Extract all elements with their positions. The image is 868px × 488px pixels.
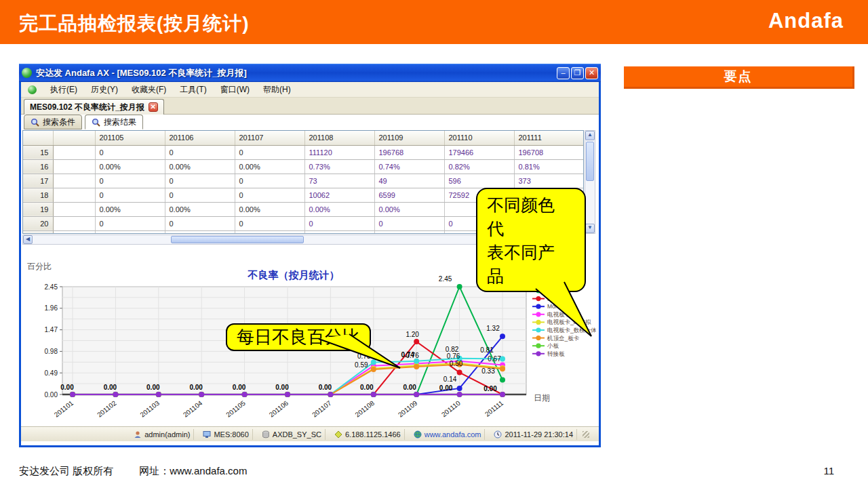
close-button[interactable]: ✕ <box>585 67 598 79</box>
table-cell[interactable]: 0 <box>95 145 165 159</box>
table-cell[interactable]: 0.74% <box>374 159 444 174</box>
table-cell[interactable] <box>53 145 95 159</box>
table-cell[interactable]: 373 <box>514 174 584 188</box>
table-cell[interactable]: 0.00% <box>304 202 374 216</box>
data-point <box>500 366 505 371</box>
status-monitor: MES:8060 <box>199 429 252 440</box>
table-cell[interactable] <box>53 188 95 202</box>
table-cell[interactable]: 0 <box>95 230 165 234</box>
data-label: 1.20 <box>406 331 419 338</box>
minimize-button[interactable]: – <box>557 67 570 79</box>
table-cell[interactable]: 0 <box>235 188 304 202</box>
status-text: admin(admin) <box>144 430 190 439</box>
menu-item[interactable]: 执行(E) <box>50 84 77 96</box>
table-cell[interactable]: 596 <box>444 174 514 188</box>
row-number[interactable]: 16 <box>23 159 53 174</box>
column-header[interactable]: 201108 <box>304 131 374 145</box>
table-cell[interactable]: 0 <box>95 216 165 230</box>
table-vertical-scrollbar[interactable]: ▲ ▼ <box>585 130 595 234</box>
table-cell[interactable]: 0.00% <box>165 202 235 216</box>
table-cell[interactable]: 0 <box>235 174 304 188</box>
status-text: 6.188.1125.1466 <box>345 430 401 439</box>
table-cell[interactable]: 0 <box>374 230 444 234</box>
column-header[interactable]: 201110 <box>444 131 514 145</box>
table-cell[interactable]: 0.00% <box>374 202 444 216</box>
column-header[interactable]: 201111 <box>514 131 584 145</box>
table-cell[interactable]: 0 <box>95 188 165 202</box>
table-cell[interactable] <box>53 174 95 188</box>
table-cell[interactable]: 0.00% <box>95 202 165 216</box>
table-cell[interactable] <box>53 202 95 216</box>
scroll-down-icon[interactable]: ▼ <box>585 224 595 233</box>
table-cell[interactable]: 6599 <box>374 188 444 202</box>
column-header[interactable] <box>53 131 95 145</box>
table-cell[interactable]: 196708 <box>514 145 584 159</box>
vscroll-thumb[interactable] <box>586 142 594 181</box>
row-number[interactable]: 17 <box>23 174 53 188</box>
table-cell[interactable] <box>53 216 95 230</box>
menu-item[interactable]: 历史(Y) <box>91 84 118 96</box>
table-cell[interactable]: 0 <box>165 230 235 234</box>
table-cell[interactable]: 0.00% <box>165 159 235 174</box>
table-cell[interactable]: 0.00% <box>235 159 304 174</box>
data-point <box>457 392 462 397</box>
table-cell[interactable]: 196768 <box>374 145 444 159</box>
menu-item[interactable]: 窗口(W) <box>220 84 250 96</box>
data-label: 0.33 <box>481 367 495 375</box>
table-cell[interactable]: 0 <box>235 145 304 159</box>
table-cell[interactable]: 0 <box>165 216 235 230</box>
status-globe[interactable]: www.andafa.com <box>410 429 486 440</box>
table-cell[interactable]: 0 <box>235 216 304 230</box>
resize-grip[interactable] <box>583 431 589 438</box>
document-tab[interactable]: MES09.102 不良率统计_按月报 ✕ <box>24 99 164 115</box>
table-cell[interactable]: 0.00% <box>95 159 165 174</box>
table-cell[interactable]: 0 <box>95 174 165 188</box>
table-cell[interactable]: 0 <box>165 188 235 202</box>
table-cell[interactable]: 10062 <box>304 188 374 202</box>
menu-item[interactable]: 工具(T) <box>180 84 206 96</box>
table-cell[interactable]: 0 <box>374 216 444 230</box>
y-tick-label: 1.47 <box>45 326 58 333</box>
table-cell[interactable]: 0 <box>304 230 374 234</box>
table-cell[interactable]: 73 <box>304 174 374 188</box>
tab-close-icon[interactable]: ✕ <box>149 102 158 112</box>
table-cell[interactable]: 0.82% <box>444 159 514 174</box>
column-header[interactable]: 201105 <box>95 131 165 145</box>
data-label: 0.50 <box>450 360 463 367</box>
table-cell[interactable]: 111120 <box>304 145 374 159</box>
table-cell[interactable]: 49 <box>374 174 444 188</box>
column-header[interactable]: 201106 <box>165 131 235 145</box>
status-clock: 2011-11-29 21:30:14 <box>490 429 577 440</box>
subtab-results[interactable]: 搜索结果 <box>85 115 143 129</box>
slide-title: 完工品抽检报表(按月统计) <box>19 11 250 37</box>
table-cell[interactable] <box>53 230 95 234</box>
data-label: 1.32 <box>486 325 500 332</box>
table-cell[interactable]: 0 <box>165 145 235 159</box>
menu-item[interactable]: 收藏夹(F) <box>132 84 166 96</box>
table-cell[interactable] <box>53 159 95 174</box>
row-number[interactable]: 15 <box>23 145 53 159</box>
table-cell[interactable]: 0.73% <box>304 159 374 174</box>
table-cell[interactable]: 0.00% <box>235 202 304 216</box>
scroll-left-icon[interactable]: ◀ <box>23 235 33 244</box>
table-cell[interactable]: 0 <box>304 216 374 230</box>
row-number[interactable]: 20 <box>23 216 53 230</box>
row-number[interactable]: 18 <box>23 188 53 202</box>
menu-item[interactable]: 帮助(H) <box>263 84 291 96</box>
table-cell[interactable]: 0.81% <box>514 159 584 174</box>
data-label: 0.00 <box>189 384 203 391</box>
table-cell[interactable]: 0 <box>235 230 304 234</box>
table-cell[interactable]: 0 <box>165 174 235 188</box>
column-header[interactable]: 201107 <box>235 131 304 145</box>
x-tick-label: 201111 <box>484 399 505 418</box>
row-number[interactable]: 21 <box>23 230 53 234</box>
maximize-button[interactable]: ❐ <box>571 67 584 79</box>
window-titlebar[interactable]: 安达发 Andafa AX - [MES09.102 不良率统计_按月报] – … <box>19 64 601 82</box>
scroll-up-icon[interactable]: ▲ <box>585 131 595 140</box>
data-point <box>457 284 462 289</box>
hscroll-thumb[interactable] <box>171 236 304 243</box>
column-header[interactable]: 201109 <box>374 131 444 145</box>
subtab-conditions[interactable]: 搜索条件 <box>24 115 82 129</box>
table-cell[interactable]: 179466 <box>444 145 514 159</box>
row-number[interactable]: 19 <box>23 202 53 216</box>
